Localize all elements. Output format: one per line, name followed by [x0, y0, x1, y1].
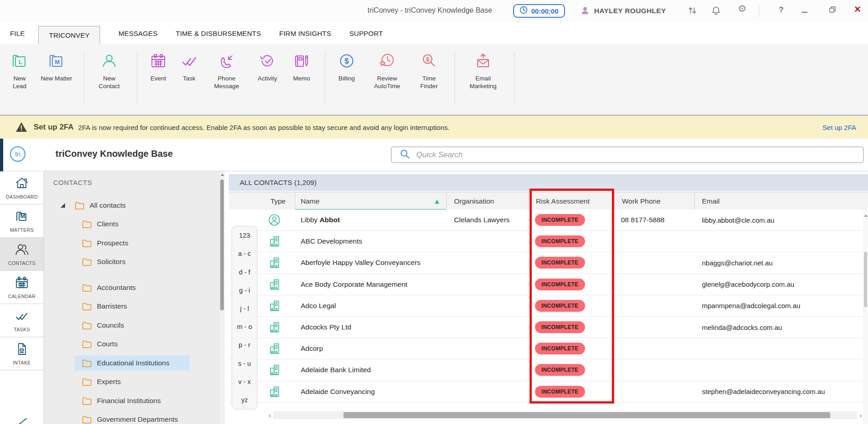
tree-item-councils[interactable]: Councils [44, 316, 219, 335]
notifications-bell-icon[interactable] [712, 6, 721, 17]
contact-name-cell: Adelaide Bank Limited [295, 359, 447, 380]
folder-m-nav-icon: M [15, 210, 29, 225]
alpha-jump-p-r[interactable]: p - r [232, 336, 257, 354]
tab-time-disbursements[interactable]: TIME & DISBURSEMENTS [176, 30, 261, 44]
column-header-name[interactable]: Name▲ [295, 192, 447, 210]
new-lead-button[interactable]: LNew Lead [6, 50, 33, 90]
tab-triconvey[interactable]: TRICONVEY [38, 26, 100, 44]
alpha-jump-d-f[interactable]: d - f [232, 263, 257, 281]
table-row[interactable]: Adelaide ConveyancingINCOMPLETEstephen@a… [229, 381, 868, 403]
tab-firm-insights[interactable]: FIRM INSIGHTS [279, 30, 331, 44]
tree-item-accountants[interactable]: Accountants [44, 278, 219, 297]
horizontal-scroll-thumb[interactable] [343, 412, 830, 418]
table-row[interactable]: ABC DevelopmentsINCOMPLETE [229, 231, 868, 252]
time-finder-button[interactable]: $Time Finder [414, 50, 444, 90]
scroll-up-arrow-icon[interactable] [864, 214, 868, 217]
new-matter-button[interactable]: MNew Matter [40, 50, 73, 83]
tab-messages[interactable]: MESSAGES [118, 30, 157, 44]
column-header-risk-assessment[interactable]: Risk Assessment [529, 192, 615, 210]
column-header-label: Email [702, 197, 720, 205]
alpha-jump-j-l[interactable]: j - l [232, 299, 257, 318]
table-row[interactable]: Aberfoyle Happy Valley ConveyancersINCOM… [229, 252, 868, 274]
email-cell [695, 231, 868, 252]
tab-file[interactable]: FILE [10, 30, 25, 44]
task-button[interactable]: Task [178, 50, 200, 83]
alpha-jump-s-u[interactable]: s - u [232, 354, 257, 372]
sync-arrows-icon[interactable] [687, 6, 698, 17]
column-header-label: Type [270, 197, 286, 205]
tree-item-government-departments[interactable]: Government Departments [44, 410, 219, 424]
table-row[interactable]: Adelaide Bank LimitedINCOMPLETE [229, 359, 868, 381]
ribbon-item-label: Review AutoTime [367, 75, 407, 90]
sidebar-item-calendar[interactable]: CALENDAR [0, 271, 44, 304]
search-input[interactable] [415, 150, 863, 160]
restore-window-button[interactable] [829, 6, 836, 15]
close-button[interactable]: × [854, 4, 861, 15]
new-contact-button[interactable]: New Contact [92, 50, 126, 90]
table-row[interactable]: Ace Body Corporate ManagementINCOMPLETEg… [229, 274, 868, 295]
sidebar-item-matters[interactable]: MMATTERS [0, 205, 44, 238]
tree-item-courts[interactable]: Courts [44, 335, 219, 354]
column-header-organisation[interactable]: Organisation [447, 192, 529, 210]
contact-name-cell: Adco Legal [295, 295, 447, 316]
table-row[interactable]: Libby AbbotClelands LawyersINCOMPLETE08 … [229, 210, 868, 231]
column-header-type[interactable]: Type [229, 192, 295, 210]
alpha-jump-yz[interactable]: yz [232, 391, 257, 409]
calendar-nav-icon [15, 276, 29, 291]
tree-item-barristers[interactable]: Barristers [44, 297, 219, 316]
column-header-work-phone[interactable]: Work Phone [615, 192, 695, 210]
column-header-email[interactable]: Email [695, 192, 868, 210]
sidebar-item-tasks[interactable]: TASKS [0, 304, 44, 337]
sidebar-item-partial[interactable] [0, 370, 44, 424]
tab-support[interactable]: SUPPORT [349, 30, 383, 44]
billing-button[interactable]: $Billing [333, 50, 360, 83]
tree-item-experts[interactable]: Experts [44, 373, 219, 392]
help-icon[interactable]: ? [779, 5, 783, 15]
table-row[interactable]: Adco LegalINCOMPLETEmpanmpena@adcolegal.… [229, 295, 868, 317]
tree-scrollbar-thumb[interactable] [220, 180, 224, 310]
tree-item-financial-institutions[interactable]: Financial Institutions [44, 391, 219, 410]
tree-item-all-contacts[interactable]: All contacts [44, 196, 219, 215]
event-button[interactable]: Event [146, 50, 171, 83]
tree-item-solicitors[interactable]: Solicitors [44, 253, 219, 272]
tree-scrollbar[interactable] [219, 171, 225, 424]
vertical-scrollbar[interactable] [863, 211, 868, 424]
email-marketing-button[interactable]: Email Marketing [463, 50, 503, 90]
sidebar-item-label: TASKS [14, 327, 30, 332]
scroll-left-arrow-icon[interactable]: ‹ [266, 411, 273, 419]
vertical-scroll-thumb[interactable] [864, 252, 867, 307]
horizontal-scroll-track[interactable] [273, 411, 857, 419]
quick-search-box[interactable] [391, 146, 864, 163]
timer-button[interactable]: 00:00:00 [513, 4, 565, 18]
company-contact-icon [269, 321, 280, 333]
settings-gear-icon[interactable]: ⚙ [738, 3, 747, 14]
tree-group-gap [44, 271, 219, 278]
tree-item-educational-institutions[interactable]: Educational Institutions [44, 354, 219, 373]
organisation-cell [447, 317, 529, 338]
email-up-icon [474, 50, 492, 71]
minimize-button[interactable] [802, 12, 807, 13]
tree-item-prospects[interactable]: Prospects [44, 234, 219, 253]
alpha-jump-a-c[interactable]: a - c [232, 244, 257, 263]
folder-icon [82, 302, 92, 310]
tree-item-clients[interactable]: Clients [44, 215, 219, 234]
expand-triangle-icon[interactable] [61, 203, 65, 208]
alpha-jump-m-o[interactable]: m - o [232, 318, 257, 336]
table-row[interactable]: Adcocks Pty LtdINCOMPLETEmelinda@adcocks… [229, 317, 868, 338]
alpha-jump-v-x[interactable]: v - x [232, 373, 257, 391]
phone-message-button[interactable]: Phone Message [207, 50, 246, 90]
contact-name-cell: Adcorp [295, 338, 447, 359]
table-row[interactable]: AdcorpINCOMPLETE [229, 338, 868, 359]
scroll-up-arrow-icon[interactable] [221, 174, 224, 176]
sidebar-item-contacts[interactable]: CONTACTS [0, 238, 44, 271]
sidebar-item-dashboard[interactable]: DASHBOARD [0, 171, 44, 205]
sidebar-item-intake[interactable]: INTAKE [0, 337, 44, 370]
alpha-jump-123[interactable]: 123 [232, 226, 257, 244]
horizontal-scrollbar[interactable]: ‹ › [266, 411, 864, 419]
setup-2fa-link[interactable]: Set up 2FA [823, 124, 856, 131]
alpha-jump-g-i[interactable]: g - i [232, 281, 257, 299]
email-cell: melinda@adcocks.com.au [695, 317, 868, 338]
review-autotime-button[interactable]: Review AutoTime [367, 50, 407, 90]
memo-button[interactable]: Memo [289, 50, 314, 83]
activity-button[interactable]: Activity [253, 50, 282, 83]
